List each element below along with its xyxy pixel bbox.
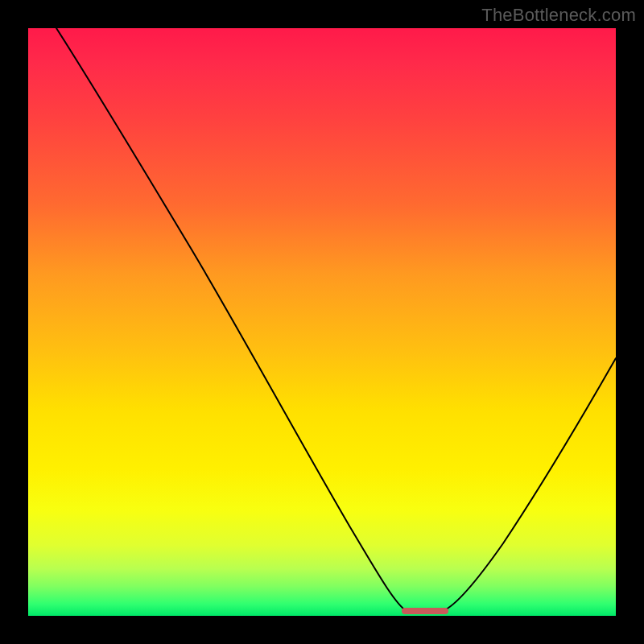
plot-area	[28, 28, 616, 616]
bottleneck-curve	[56, 28, 616, 611]
chart-frame: TheBottleneck.com	[0, 0, 644, 644]
site-credit: TheBottleneck.com	[481, 5, 636, 26]
curve-layer	[28, 28, 616, 616]
